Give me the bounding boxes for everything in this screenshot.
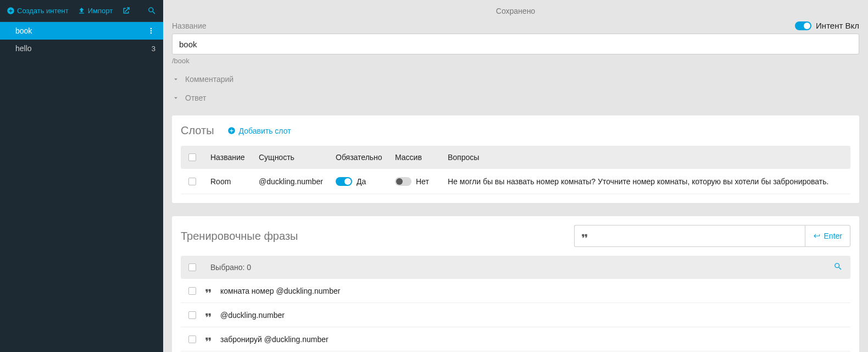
slot-required-toggle[interactable]	[336, 177, 352, 186]
phrase-text: комната номер @duckling.number	[220, 287, 340, 295]
chevron-down-icon	[172, 75, 180, 83]
phrase-row[interactable]: @duckling.number	[181, 303, 850, 327]
create-intent-label: Создать интент	[17, 7, 69, 15]
export-button[interactable]	[118, 3, 134, 18]
slots-table-head: Название Сущность Обязательно Массив Воп…	[181, 146, 850, 169]
intent-item-menu[interactable]	[147, 26, 155, 35]
add-slot-button[interactable]: Добавить слот	[227, 127, 291, 135]
intent-toggle-wrap: Интент Вкл	[795, 21, 859, 30]
search-icon	[147, 6, 157, 15]
intent-item-label: hello	[15, 44, 32, 53]
phrase-row-checkbox[interactable]	[188, 336, 196, 343]
sidebar-toolbar: Создать интент Импорт	[0, 0, 163, 22]
phrase-row-checkbox[interactable]	[188, 287, 196, 295]
phrases-title: Тренировочные фразы	[181, 230, 298, 243]
name-header-row: Название Интент Вкл	[172, 21, 859, 30]
phrases-selection-bar: Выбрано: 0	[181, 256, 850, 279]
name-label: Название	[172, 21, 207, 30]
slots-title: Слоты	[181, 124, 214, 137]
phrase-row[interactable]: комната номер @duckling.number	[181, 279, 850, 303]
slots-head-entity: Сущность	[259, 153, 336, 162]
enter-icon	[813, 232, 821, 240]
sidebar-item-hello[interactable]: hello 3	[0, 40, 163, 57]
upload-icon	[77, 7, 86, 15]
sidebar: Создать интент Импорт book hello 3	[0, 0, 163, 352]
answer-collapser[interactable]: Ответ	[172, 94, 859, 102]
phrases-selected-label: Выбрано: 0	[210, 263, 251, 272]
phrases-search-button[interactable]	[833, 262, 843, 273]
chevron-down-icon	[172, 94, 180, 102]
phrases-panel: Тренировочные фразы Enter Выбрано: 0 ком…	[172, 216, 859, 352]
phrase-row[interactable]: забронируй @duckling.number	[181, 327, 850, 351]
intent-list: book hello 3	[0, 22, 163, 57]
dots-vertical-icon	[147, 26, 155, 35]
add-slot-label: Добавить слот	[239, 127, 291, 135]
comment-collapser[interactable]: Комментарий	[172, 75, 859, 84]
slot-questions: Не могли бы вы назвать номер комнаты? Ут…	[448, 177, 843, 186]
plus-circle-icon	[7, 7, 15, 15]
plus-circle-icon	[227, 127, 236, 135]
quote-icon	[580, 232, 589, 240]
slots-head-questions: Вопросы	[448, 153, 843, 162]
phrases-select-all-checkbox[interactable]	[188, 263, 196, 271]
slot-row-checkbox[interactable]	[188, 178, 196, 185]
saved-status: Сохранено	[172, 0, 859, 21]
intent-enabled-toggle[interactable]	[795, 21, 811, 30]
phrase-enter-button[interactable]: Enter	[805, 225, 850, 247]
sidebar-item-book[interactable]: book	[0, 22, 163, 40]
slot-entity: @duckling.number	[259, 177, 336, 186]
quote-icon	[204, 287, 213, 295]
main: Сохранено Название Интент Вкл /book Комм…	[163, 0, 868, 352]
phrase-text: забронируй @duckling.number	[220, 335, 329, 344]
phrase-enter-label: Enter	[824, 232, 842, 240]
comment-label: Комментарий	[185, 75, 233, 84]
phrase-row-checkbox[interactable]	[188, 311, 196, 319]
slot-array-label: Нет	[416, 177, 429, 186]
import-label: Импорт	[88, 7, 113, 15]
intent-name-input[interactable]	[172, 34, 859, 54]
answer-label: Ответ	[185, 94, 206, 102]
slot-array-toggle[interactable]	[395, 177, 411, 186]
search-icon	[833, 262, 843, 271]
sidebar-search-button[interactable]	[144, 3, 160, 18]
quote-icon	[204, 311, 213, 320]
slots-panel: Слоты Добавить слот Название Сущность Об…	[172, 116, 859, 203]
import-button[interactable]: Импорт	[74, 4, 116, 18]
slot-row[interactable]: Room @duckling.number Да Нет Не могли бы…	[181, 169, 850, 194]
export-icon	[121, 6, 131, 15]
slots-head-name: Название	[210, 153, 259, 162]
intent-toggle-label: Интент Вкл	[816, 21, 859, 30]
intent-item-label: book	[15, 26, 32, 35]
phrase-text: @duckling.number	[220, 311, 285, 320]
quote-icon	[204, 335, 213, 344]
phrase-input[interactable]	[574, 225, 805, 247]
slot-required-label: Да	[357, 177, 366, 186]
slots-head-required: Обязательно	[336, 153, 395, 162]
intent-item-badge: 3	[152, 45, 155, 53]
intent-path: /book	[172, 57, 859, 65]
slots-head-array: Массив	[395, 153, 448, 162]
create-intent-button[interactable]: Создать интент	[3, 4, 72, 18]
slots-select-all-checkbox[interactable]	[188, 153, 196, 161]
slot-name: Room	[210, 177, 259, 186]
